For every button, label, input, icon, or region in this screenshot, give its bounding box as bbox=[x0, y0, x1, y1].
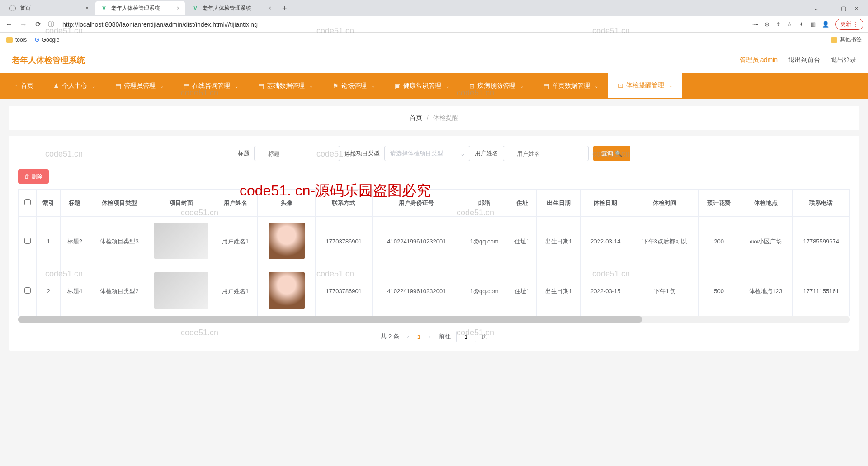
address-bar: ← → ⟳ ⓘ http://localhost:8080/laonianren… bbox=[0, 16, 868, 33]
col-title: 标题 bbox=[61, 190, 89, 217]
nav-disease-mgmt[interactable]: ⊞疾病预防管理⌄ bbox=[459, 73, 533, 99]
search-bar: 标题 🔍 体检项目类型 请选择体检项目类型 用户姓名 🔍 查询 🔍 bbox=[9, 136, 859, 166]
logout-link[interactable]: 退出登录 bbox=[831, 56, 856, 64]
breadcrumb-home[interactable]: 首页 bbox=[410, 114, 422, 121]
user-input[interactable] bbox=[503, 146, 589, 161]
bookmark-other[interactable]: 其他书签 bbox=[831, 36, 862, 43]
cell-addr: 住址1 bbox=[508, 217, 536, 266]
close-icon[interactable]: × bbox=[171, 5, 180, 11]
cell-time: 下午1点 bbox=[630, 266, 699, 316]
nav-health-mgmt[interactable]: ▣健康常识管理⌄ bbox=[385, 73, 459, 99]
breadcrumb: 首页 / 体检提醒 bbox=[9, 106, 859, 130]
window-controls: ⌄ — ▢ × bbox=[807, 5, 864, 12]
site-info-icon[interactable]: ⓘ bbox=[48, 20, 54, 29]
chevron-down-icon[interactable]: ⌄ bbox=[814, 5, 819, 12]
horizontal-scrollbar[interactable] bbox=[18, 316, 850, 323]
nav-home[interactable]: ⌂首页 bbox=[5, 73, 43, 99]
cell-title: 标题2 bbox=[61, 217, 89, 266]
forward-button[interactable]: → bbox=[19, 20, 28, 29]
nav-basedata-mgmt[interactable]: ▤基础数据管理⌄ bbox=[248, 73, 323, 99]
back-button[interactable]: ← bbox=[5, 20, 14, 29]
browser-chrome: 首页 × V 老年人体检管理系统 × V 老年人体检管理系统 × + ⌄ — ▢… bbox=[0, 0, 868, 47]
delete-button[interactable]: 🗑 删除 bbox=[18, 169, 49, 184]
table-row: 1标题2体检项目类型3用户姓名1177037869014102241996102… bbox=[19, 217, 850, 266]
pager-prev[interactable]: ‹ bbox=[405, 333, 412, 340]
cell-email: 1@qq.com bbox=[461, 217, 508, 266]
pager-current[interactable]: 1 bbox=[417, 333, 420, 340]
cell-phone: 17703786901 bbox=[315, 266, 372, 316]
row-checkbox[interactable] bbox=[24, 238, 31, 244]
avatar-image[interactable] bbox=[269, 272, 305, 309]
chevron-down-icon: ⌄ bbox=[371, 84, 375, 89]
book-icon: ▣ bbox=[395, 82, 401, 90]
browser-tab[interactable]: V 老年人体检管理系统 × bbox=[95, 1, 185, 15]
pager-page-suffix: 页 bbox=[481, 333, 487, 341]
close-icon[interactable]: × bbox=[80, 5, 89, 11]
cell-idcard: 410224199610232001 bbox=[373, 217, 461, 266]
cell-user: 用户姓名1 bbox=[213, 266, 258, 316]
maximize-icon[interactable]: ▢ bbox=[841, 5, 846, 12]
bookmark-tools[interactable]: tools bbox=[6, 37, 27, 43]
cover-image[interactable] bbox=[154, 272, 208, 309]
chevron-down-icon: ⌄ bbox=[92, 84, 95, 89]
bell-icon: ⊡ bbox=[618, 82, 623, 89]
col-cost: 预计花费 bbox=[699, 190, 739, 217]
avatar-image[interactable] bbox=[269, 223, 305, 259]
close-icon[interactable]: × bbox=[263, 5, 271, 11]
sidepanel-icon[interactable]: ▥ bbox=[810, 21, 816, 28]
cell-title: 标题4 bbox=[61, 266, 89, 316]
nav-page-mgmt[interactable]: ▤单页数据管理⌄ bbox=[533, 73, 608, 99]
type-select[interactable]: 请选择体检项目类型 bbox=[384, 146, 470, 161]
cell-type: 体检项目类型2 bbox=[89, 266, 150, 316]
share-icon[interactable]: ⇪ bbox=[776, 21, 781, 28]
tab-title: 老年人体检管理系统 bbox=[203, 5, 251, 12]
nav-personal[interactable]: ♟个人中心⌄ bbox=[43, 73, 105, 99]
extensions-icon[interactable]: ✦ bbox=[799, 21, 804, 28]
select-all-checkbox[interactable] bbox=[24, 199, 31, 205]
browser-tab[interactable]: 首页 × bbox=[4, 1, 94, 15]
browser-tab[interactable]: V 老年人体检管理系统 × bbox=[186, 1, 277, 15]
reload-button[interactable]: ⟳ bbox=[33, 20, 42, 29]
nav-consult-mgmt[interactable]: ▦在线咨询管理⌄ bbox=[174, 73, 248, 99]
cell-tel: 17711155161 bbox=[793, 266, 850, 316]
bookmarks-bar: tools GGoogle 其他书签 bbox=[0, 33, 868, 47]
query-button[interactable]: 查询 🔍 bbox=[593, 146, 630, 161]
cell-cost: 500 bbox=[699, 266, 739, 316]
tab-title: 老年人体检管理系统 bbox=[111, 5, 160, 12]
goto-frontend-link[interactable]: 退出到前台 bbox=[788, 56, 820, 64]
nav-forum-mgmt[interactable]: ⚑论坛管理⌄ bbox=[323, 73, 385, 99]
google-icon: G bbox=[35, 37, 39, 43]
minimize-icon[interactable]: — bbox=[827, 5, 833, 12]
pagination: 共 2 条 ‹ 1 › 前往 页 bbox=[9, 323, 859, 351]
col-idcard: 用户身份证号 bbox=[373, 190, 461, 217]
zoom-icon[interactable]: ⊕ bbox=[764, 21, 769, 28]
tab-bar: 首页 × V 老年人体检管理系统 × V 老年人体检管理系统 × + ⌄ — ▢… bbox=[0, 0, 868, 16]
pager-total: 共 2 条 bbox=[381, 333, 399, 341]
type-label: 体检项目类型 bbox=[344, 149, 380, 157]
update-button[interactable]: 更新⋮ bbox=[835, 19, 863, 30]
nav-tijian-remind-mgmt[interactable]: ⊡体检提醒管理⌄ bbox=[608, 73, 682, 99]
row-checkbox[interactable] bbox=[24, 287, 31, 294]
bookmark-google[interactable]: GGoogle bbox=[35, 37, 59, 43]
cell-index: 2 bbox=[37, 266, 61, 316]
close-window-icon[interactable]: × bbox=[854, 5, 858, 12]
new-tab-button[interactable]: + bbox=[278, 4, 292, 13]
current-user[interactable]: 管理员 admin bbox=[740, 56, 778, 64]
cell-type: 体检项目类型3 bbox=[89, 217, 150, 266]
table-scroll[interactable]: 索引 标题 体检项目类型 项目封面 用户姓名 头像 联系方式 用户身份证号 邮箱… bbox=[18, 189, 850, 316]
cover-image[interactable] bbox=[154, 223, 208, 259]
title-input[interactable] bbox=[254, 146, 340, 161]
key-icon[interactable]: ⊶ bbox=[752, 21, 758, 28]
col-type: 体检项目类型 bbox=[89, 190, 150, 217]
cell-place: 体检地点123 bbox=[739, 266, 792, 316]
url-input[interactable]: http://localhost:8080/laonianrentijian/a… bbox=[62, 21, 747, 28]
bookmark-icon[interactable]: ☆ bbox=[787, 21, 793, 28]
cell-birth: 出生日期1 bbox=[536, 266, 581, 316]
pager-goto-input[interactable] bbox=[456, 331, 476, 342]
cell-cover bbox=[150, 266, 213, 316]
cell-time: 下午3点后都可以 bbox=[630, 217, 699, 266]
profile-icon[interactable]: 👤 bbox=[822, 21, 829, 28]
col-phone: 联系方式 bbox=[315, 190, 372, 217]
pager-next[interactable]: › bbox=[426, 333, 433, 340]
nav-admin-mgmt[interactable]: ▤管理员管理⌄ bbox=[105, 73, 174, 99]
